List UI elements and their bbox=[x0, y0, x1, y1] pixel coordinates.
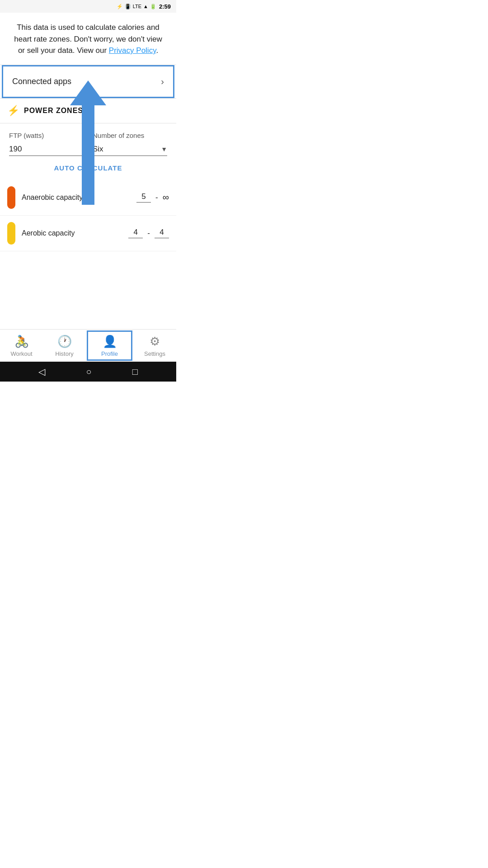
bolt-icon: ⚡ bbox=[7, 105, 19, 117]
settings-icon: ⚙ bbox=[150, 335, 160, 349]
fields-row: FTP (watts) 190 Number of zones Six ▼ bbox=[0, 123, 176, 156]
zone-row-aerobic: Aerobic capacity 4 - 4 bbox=[0, 216, 176, 251]
zone-name-anaerobic: Anaerobic capacity bbox=[22, 193, 130, 202]
lte-label: LTE bbox=[133, 4, 141, 9]
zone-row-anaerobic: Anaerobic capacity 5 - ∞ bbox=[0, 180, 176, 216]
battery-icon: 🔋 bbox=[150, 4, 156, 9]
zone-color-aerobic bbox=[7, 222, 15, 245]
zone-range-anaerobic: 5 - ∞ bbox=[136, 192, 169, 203]
ftp-value: 190 bbox=[9, 145, 22, 154]
status-time: 2:59 bbox=[159, 3, 171, 10]
power-zones-header: ⚡ POWER ZONES bbox=[0, 99, 176, 123]
info-text-block: This data is used to calculate calories … bbox=[0, 13, 176, 65]
connected-apps-label: Connected apps bbox=[12, 77, 71, 86]
zones-select[interactable]: Six ▼ bbox=[93, 145, 167, 156]
bottom-nav: 🚴 Workout 🕐 History 👤 Profile ⚙ Settings bbox=[0, 329, 176, 362]
zone-from-anaerobic[interactable]: 5 bbox=[136, 192, 151, 203]
ftp-label: FTP (watts) bbox=[9, 132, 84, 139]
power-zones-title: POWER ZONES bbox=[24, 107, 83, 115]
nav-item-settings[interactable]: ⚙ Settings bbox=[133, 330, 176, 362]
zone-dash-1: - bbox=[155, 193, 158, 202]
history-icon: 🕐 bbox=[57, 335, 72, 349]
connected-apps-row[interactable]: Connected apps › bbox=[2, 65, 174, 98]
zone-dash-2: - bbox=[147, 229, 150, 238]
zone-range-aerobic: 4 - 4 bbox=[128, 228, 169, 238]
zone-from-aerobic[interactable]: 4 bbox=[128, 228, 143, 238]
zones-group: Number of zones Six ▼ bbox=[93, 132, 167, 156]
privacy-policy-link[interactable]: Privacy Policy bbox=[109, 46, 156, 55]
zones-value: Six bbox=[93, 145, 103, 154]
nav-item-history[interactable]: 🕐 History bbox=[43, 330, 86, 362]
zone-name-aerobic: Aerobic capacity bbox=[22, 229, 122, 237]
ftp-group: FTP (watts) 190 bbox=[9, 132, 84, 156]
connected-apps-chevron-icon: › bbox=[161, 76, 164, 87]
dropdown-arrow-icon: ▼ bbox=[161, 146, 167, 153]
zones-label: Number of zones bbox=[93, 132, 167, 139]
recents-button[interactable]: □ bbox=[132, 367, 138, 377]
back-button[interactable]: ◁ bbox=[38, 366, 45, 377]
nav-item-profile[interactable]: 👤 Profile bbox=[87, 330, 132, 361]
vibrate-icon: 📳 bbox=[125, 4, 131, 9]
signal-icon: ▲ bbox=[143, 4, 148, 9]
ftp-input[interactable]: 190 bbox=[9, 145, 84, 156]
status-icons: ⚡ 📳 LTE ▲ 🔋 bbox=[117, 4, 156, 9]
history-label: History bbox=[55, 350, 73, 357]
workout-icon: 🚴 bbox=[14, 335, 29, 349]
info-text-suffix: . bbox=[156, 46, 158, 55]
bluetooth-icon: ⚡ bbox=[117, 4, 123, 9]
status-bar: ⚡ 📳 LTE ▲ 🔋 2:59 bbox=[0, 0, 176, 13]
workout-label: Workout bbox=[10, 350, 32, 357]
profile-label: Profile bbox=[101, 350, 118, 357]
zone-to-anaerobic: ∞ bbox=[163, 192, 169, 203]
auto-calculate-button[interactable]: AUTO CALCULATE bbox=[0, 156, 176, 180]
profile-icon: 👤 bbox=[103, 335, 117, 349]
zone-to-aerobic[interactable]: 4 bbox=[155, 228, 169, 238]
nav-item-workout[interactable]: 🚴 Workout bbox=[0, 330, 43, 362]
zone-color-anaerobic bbox=[7, 186, 15, 209]
settings-label: Settings bbox=[144, 350, 165, 357]
system-nav-bar: ◁ ○ □ bbox=[0, 362, 176, 382]
home-button[interactable]: ○ bbox=[86, 367, 91, 377]
